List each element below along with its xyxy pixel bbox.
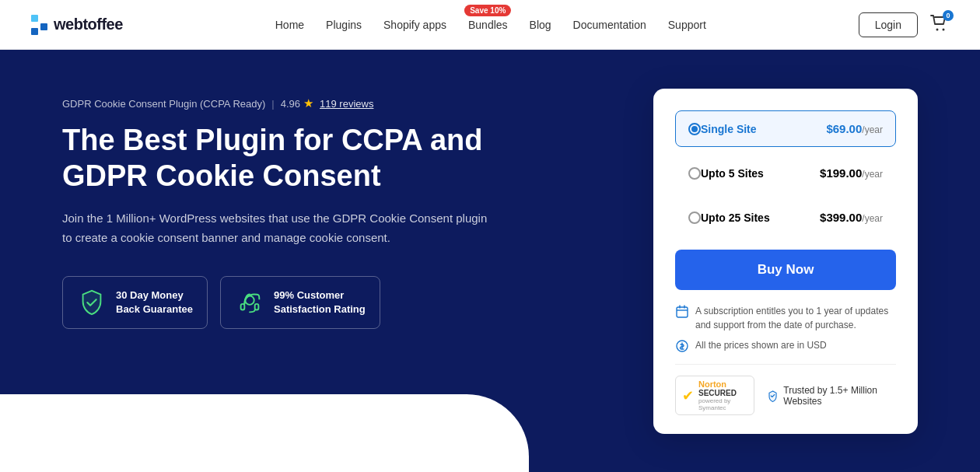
- plan-5-radio: [688, 167, 701, 180]
- plan-25-radio: [688, 212, 701, 224]
- plan-5-name: Upto 5 Sites: [701, 167, 764, 180]
- plan-5-sites[interactable]: Upto 5 Sites $199.00/year: [675, 155, 896, 191]
- plan-single-name: Single Site: [701, 123, 757, 135]
- rating-value: 4.96: [281, 98, 300, 110]
- hero-title: The Best Plugin for CCPA and GDPR Cookie…: [62, 123, 607, 194]
- norton-checkmark: ✔: [682, 387, 694, 404]
- header: webtoffee Home Plugins Shopify apps Save…: [0, 0, 980, 50]
- plugin-name: GDPR Cookie Consent Plugin (CCPA Ready): [62, 98, 265, 110]
- norton-secured: SECURED: [698, 389, 747, 397]
- header-right: Login 0: [859, 12, 949, 37]
- norton-powered: powered by Symantec: [698, 397, 747, 411]
- nav-docs[interactable]: Documentation: [573, 19, 646, 31]
- plan-25-sites[interactable]: Upto 25 Sites $399.00/year: [675, 199, 896, 236]
- calendar-icon: [675, 305, 689, 319]
- headset-icon: [235, 288, 264, 317]
- buy-now-button[interactable]: Buy Now: [675, 250, 896, 290]
- rating: 4.96 ★: [281, 96, 313, 110]
- hero-description: Join the 1 Million+ WordPress websites t…: [62, 209, 498, 248]
- svg-point-0: [936, 28, 939, 30]
- satisfaction-badge: 99% CustomerSatisfaction Rating: [220, 276, 380, 329]
- pricing-card: Single Site $69.00/year Upto 5 Sites $19…: [653, 89, 918, 434]
- norton-badge: ✔ Norton SECURED powered by Symantec: [675, 376, 754, 415]
- cart-icon[interactable]: 0: [930, 15, 949, 35]
- money-back-label: 30 Day MoneyBack Guarantee: [116, 288, 193, 316]
- login-button[interactable]: Login: [859, 12, 918, 37]
- plan-25-price: $399.00/year: [820, 211, 883, 224]
- reviews-link[interactable]: 119 reviews: [320, 98, 373, 110]
- note-subscription: A subscription entitles you to 1 year of…: [675, 304, 896, 332]
- hero-section: GDPR Cookie Consent Plugin (CCPA Ready) …: [0, 50, 980, 472]
- note-usd: All the prices shown are in USD: [675, 338, 896, 353]
- pricing-card-wrap: Single Site $69.00/year Upto 5 Sites $19…: [653, 89, 918, 434]
- plan-single-price: $69.00/year: [826, 122, 883, 135]
- hero-left: GDPR Cookie Consent Plugin (CCPA Ready) …: [62, 89, 653, 329]
- card-notes: A subscription entitles you to 1 year of…: [675, 304, 896, 353]
- nav-plugins[interactable]: Plugins: [326, 19, 362, 31]
- svg-rect-4: [255, 304, 259, 310]
- plan-single-radio: [688, 123, 701, 135]
- plan-25-name: Upto 25 Sites: [701, 212, 770, 224]
- shield-trusted-icon: [767, 389, 779, 403]
- nav-support[interactable]: Support: [668, 19, 706, 31]
- svg-point-1: [943, 28, 945, 30]
- shield-icon: [77, 288, 107, 317]
- nav-home[interactable]: Home: [275, 19, 304, 31]
- star-icon: ★: [303, 96, 313, 110]
- logo[interactable]: webtoffee: [31, 15, 123, 35]
- nav-shopify[interactable]: Shopify apps: [383, 19, 446, 31]
- logo-icon: [31, 15, 47, 35]
- plan-single-site[interactable]: Single Site $69.00/year: [675, 110, 896, 147]
- trusted-badge: Trusted by 1.5+ Million Websites: [767, 385, 896, 407]
- svg-rect-5: [677, 307, 688, 317]
- money-back-badge: 30 Day MoneyBack Guarantee: [62, 276, 208, 329]
- guarantee-badges: 30 Day MoneyBack Guarantee 99% CustomerS…: [62, 276, 607, 329]
- nav-bundles[interactable]: Save 10% Bundles: [468, 19, 508, 31]
- trust-badges: ✔ Norton SECURED powered by Symantec Tru…: [675, 364, 896, 415]
- trusted-label: Trusted by 1.5+ Million Websites: [783, 385, 896, 407]
- satisfaction-label: 99% CustomerSatisfaction Rating: [274, 288, 366, 316]
- save-badge: Save 10%: [464, 5, 511, 16]
- dollar-icon: [675, 339, 689, 353]
- cart-count: 0: [943, 10, 954, 21]
- nav-blog[interactable]: Blog: [530, 19, 551, 31]
- main-nav: Home Plugins Shopify apps Save 10% Bundl…: [275, 19, 706, 31]
- plan-5-price: $199.00/year: [820, 166, 883, 180]
- svg-rect-3: [241, 304, 245, 310]
- breadcrumb: GDPR Cookie Consent Plugin (CCPA Ready) …: [62, 96, 607, 110]
- logo-text: webtoffee: [54, 16, 123, 33]
